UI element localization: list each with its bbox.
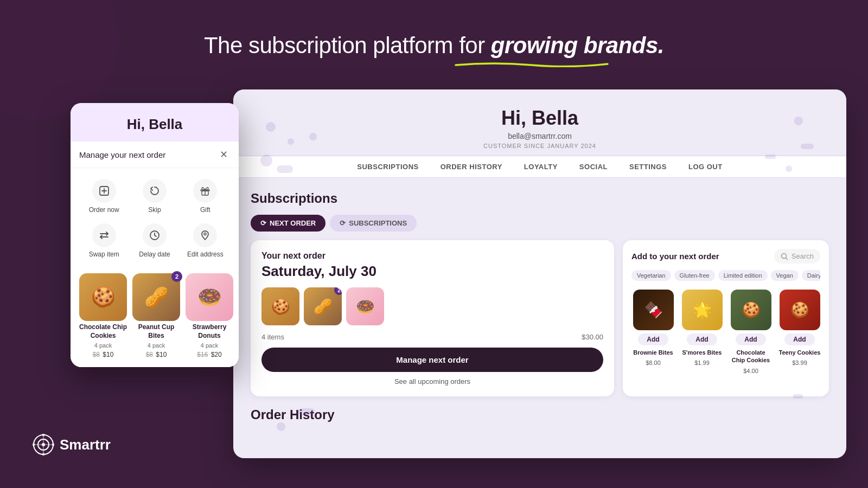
order-item-cookies: 🍪 xyxy=(261,287,299,325)
close-button[interactable]: ✕ xyxy=(217,148,230,161)
add-teeny-button[interactable]: Add xyxy=(784,333,814,345)
list-item: 🍩 Strawberry Donuts 4 pack $16 $20 xyxy=(186,273,233,358)
subscriptions-tab-label: SUBSCRIPTIONS xyxy=(349,219,407,227)
action-gift[interactable]: Gift xyxy=(181,175,230,218)
svg-point-6 xyxy=(52,444,55,446)
add-product-price-teeny: $3.99 xyxy=(792,359,807,366)
subscriptions-tab-icon: ⟳ xyxy=(340,219,346,227)
svg-point-14 xyxy=(781,253,786,258)
manage-bar: Manage your next order ✕ xyxy=(71,142,239,168)
filter-chips: Vegetarian Gluten-free Limited edition V… xyxy=(631,270,820,283)
product-price-peanut: $8 $10 xyxy=(146,351,167,358)
order-now-icon xyxy=(92,179,116,203)
add-products-grid: 🍫 Add Brownie Bites $8.00 🌟 Add S'mores … xyxy=(631,290,820,374)
filter-limited[interactable]: Limited edition xyxy=(718,270,768,281)
manage-label: Manage your next order xyxy=(79,150,165,159)
hero-text: The subscription platform for growing br… xyxy=(0,33,868,59)
manage-next-order-button[interactable]: Manage next order xyxy=(261,348,603,372)
add-order-card: Add to your next order Search Vegetarian… xyxy=(623,240,829,396)
old-price-peanut: $8 xyxy=(146,351,153,358)
portal-header: Hi, Bella bella@smartrr.com CUSTOMER SIN… xyxy=(233,89,846,156)
action-address[interactable]: Edit address xyxy=(181,219,230,262)
order-items-row: 🍪 🥜 2 🍩 xyxy=(261,287,603,325)
logo-icon xyxy=(33,434,54,455)
order-items-count: 4 items xyxy=(261,333,284,341)
swap-label: Swap item xyxy=(89,251,119,258)
add-product-name-teeny: Teeny Cookies xyxy=(779,349,820,356)
skip-icon xyxy=(143,179,167,203)
product-pack-cookies: 4 pack xyxy=(94,342,112,349)
action-order-now[interactable]: Order now xyxy=(79,175,129,218)
add-product-img-smores: 🌟 xyxy=(682,290,723,330)
portal-greeting: Hi, Bella xyxy=(244,107,835,130)
list-item: 🌟 Add S'mores Bites $1.99 xyxy=(680,290,724,374)
product-pack-peanut: 4 pack xyxy=(148,342,165,349)
product-name-peanut: Peanut Cup Bites xyxy=(132,323,180,340)
portal-nav: SUBSCRIPTIONS ORDER HISTORY LOYALTY SOCI… xyxy=(233,156,846,178)
svg-point-7 xyxy=(42,453,45,456)
mobile-card: Hi, Bella Manage your next order ✕ Order… xyxy=(71,103,239,367)
tab-group: ⟳ NEXT ORDER ⟳ SUBSCRIPTIONS xyxy=(251,215,829,232)
filter-vegetarian[interactable]: Vegetarian xyxy=(631,270,671,281)
address-label: Edit address xyxy=(187,251,224,258)
add-brownie-button[interactable]: Add xyxy=(638,333,668,345)
order-history-title: Order History xyxy=(251,407,829,422)
action-skip[interactable]: Skip xyxy=(130,175,179,218)
order-meta: 4 items $30.00 xyxy=(261,333,603,341)
search-placeholder: Search xyxy=(792,252,814,260)
search-box[interactable]: Search xyxy=(774,249,820,264)
add-product-name-brownie: Brownie Bites xyxy=(633,349,673,356)
next-order-tab-label: NEXT ORDER xyxy=(270,219,316,227)
filter-dairy-free[interactable]: Dairy-free xyxy=(802,270,820,281)
filter-vegan[interactable]: Vegan xyxy=(771,270,799,281)
action-delay[interactable]: Delay date xyxy=(130,219,179,262)
nav-social[interactable]: SOCIAL xyxy=(579,163,608,171)
nav-subscriptions[interactable]: SUBSCRIPTIONS xyxy=(357,163,418,171)
old-price-cookies: $8 xyxy=(93,351,100,358)
add-product-img-chocchip: 🍪 xyxy=(731,290,771,330)
tab-next-order[interactable]: ⟳ NEXT ORDER xyxy=(251,215,326,232)
new-price-cookies: $10 xyxy=(103,351,113,358)
add-smores-button[interactable]: Add xyxy=(687,333,717,345)
nav-order-history[interactable]: ORDER HISTORY xyxy=(441,163,502,171)
logo: Smartrr xyxy=(33,434,111,455)
nav-settings[interactable]: SETTINGS xyxy=(629,163,667,171)
address-icon xyxy=(193,223,217,247)
order-now-label: Order now xyxy=(89,206,119,214)
product-name-cookies: Chocolate Chip Cookies xyxy=(79,323,127,340)
product-price-strawberry: $16 $20 xyxy=(197,351,221,358)
delay-label: Delay date xyxy=(139,251,170,258)
mobile-card-header: Hi, Bella xyxy=(71,103,239,142)
see-all-orders-link[interactable]: See all upcoming orders xyxy=(261,377,603,386)
svg-point-13 xyxy=(204,233,206,235)
add-order-title: Add to your next order xyxy=(631,252,719,261)
order-total: $30.00 xyxy=(582,333,603,341)
portal-content: Subscriptions ⟳ NEXT ORDER ⟳ SUBSCRIPTIO… xyxy=(233,178,846,458)
product-grid: 🍪 Chocolate Chip Cookies 4 pack $8 $10 🥜… xyxy=(71,269,239,367)
new-price-strawberry: $20 xyxy=(211,351,222,358)
add-chocchip-button[interactable]: Add xyxy=(736,333,765,345)
order-item-badge: 2 xyxy=(334,287,342,295)
order-item-donut: 🍩 xyxy=(346,287,384,325)
add-product-img-teeny: 🍪 xyxy=(780,290,820,330)
product-price-cookies: $8 $10 xyxy=(93,351,114,358)
skip-label: Skip xyxy=(148,206,161,214)
nav-logout[interactable]: LOG OUT xyxy=(688,163,723,171)
filter-gluten-free[interactable]: Gluten-free xyxy=(674,270,715,281)
svg-point-8 xyxy=(33,444,35,446)
action-swap[interactable]: Swap item xyxy=(79,219,129,262)
action-grid: Order now Skip Gift Swap item Delay date xyxy=(71,168,239,269)
add-product-price-brownie: $8.00 xyxy=(646,359,661,366)
list-item: 🥜 2 Peanut Cup Bites 4 pack $8 $10 xyxy=(132,273,180,358)
nav-loyalty[interactable]: LOYALTY xyxy=(524,163,558,171)
list-item: 🍪 Add Teeny Cookies $3.99 xyxy=(778,290,820,374)
next-order-title: Your next order xyxy=(261,251,603,261)
product-badge-peanut: 2 xyxy=(171,271,182,282)
logo-text: Smartrr xyxy=(60,436,111,453)
tab-subscriptions[interactable]: ⟳ SUBSCRIPTIONS xyxy=(330,215,417,232)
add-product-name-smores: S'mores Bites xyxy=(682,349,722,356)
hero-emphasis: growing brands. xyxy=(491,33,664,58)
mobile-greeting: Hi, Bella xyxy=(81,116,228,133)
portal-email: bella@smartrr.com xyxy=(244,132,835,140)
list-item: 🍪 Add Chocolate Chip Cookies $4.00 xyxy=(729,290,773,374)
